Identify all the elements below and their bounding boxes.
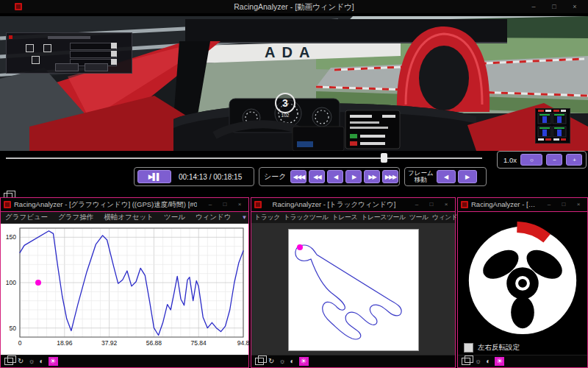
- seek-slider-track[interactable]: [6, 158, 482, 159]
- steering-window: RacingAnalyzer - [ステ... – □ × 左右反転設定: [457, 197, 588, 368]
- track-menu-item-4[interactable]: ツール: [409, 213, 429, 222]
- speed-increase-button[interactable]: +: [566, 154, 582, 166]
- seek-button-0[interactable]: ◀◀◀: [290, 170, 306, 183]
- app-icon: [461, 201, 468, 208]
- graph-menu-item-4[interactable]: ウィンドウ: [196, 213, 232, 222]
- brightness-mid-icon[interactable]: ◐: [40, 357, 44, 366]
- track-position-marker: [297, 244, 303, 250]
- video-overlay-dialog[interactable]: [6, 32, 132, 74]
- track-map-area[interactable]: [251, 224, 455, 358]
- steering-display: 左右反転設定: [458, 212, 587, 358]
- overlay-button-1[interactable]: [55, 63, 79, 71]
- play-pause-button[interactable]: ▶▌▌: [137, 170, 171, 183]
- graph-statusbar: ↻ ☼ ◐ ☀: [1, 355, 248, 367]
- track-statusbar: ↻ ☼ ◐ ☀: [251, 355, 455, 367]
- track-menu-item-2[interactable]: トレース: [332, 213, 358, 222]
- minimize-button[interactable]: –: [203, 198, 218, 211]
- overlay-field-1[interactable]: [70, 43, 117, 50]
- y-tick-label: 50: [1, 325, 16, 332]
- seek-button-5[interactable]: ▶▶▶: [382, 170, 398, 183]
- graph-menu-item-2[interactable]: 横軸オフセット: [104, 213, 154, 222]
- track-menu-item-0[interactable]: トラック: [254, 213, 280, 222]
- flip-checkbox[interactable]: [464, 343, 473, 353]
- seek-button-1[interactable]: ◀◀: [309, 170, 325, 183]
- x-tick-label: 18.96: [57, 339, 72, 347]
- overlay-toggle-3[interactable]: [32, 56, 40, 64]
- seek-button-4[interactable]: ▶▶: [364, 170, 380, 183]
- graph-menubar: グラフビューグラフ操作横軸オフセットツールウィンドウ▼: [1, 212, 248, 224]
- overlay-dialog-icon: [9, 35, 12, 39]
- overlay-toggle-1[interactable]: [26, 44, 34, 52]
- minimize-button[interactable]: –: [523, 0, 544, 13]
- overlay-dialog-title: [48, 36, 90, 39]
- maximize-button[interactable]: □: [544, 0, 564, 13]
- maximize-button[interactable]: □: [218, 198, 232, 211]
- steering-window-title: RacingAnalyzer - [ステ...: [471, 198, 536, 211]
- x-tick-label: 0: [18, 339, 22, 347]
- refresh-icon[interactable]: ↻: [268, 357, 274, 366]
- speed-decrease-button[interactable]: −: [546, 154, 562, 166]
- graph-menu-item-3[interactable]: ツール: [164, 213, 185, 222]
- dropdown-icon[interactable]: [111, 59, 117, 65]
- brightness-high-icon[interactable]: ☀: [49, 357, 58, 366]
- track-titlebar: RacingAnalyzer - [トラックウィンドウ] – □ ×: [251, 198, 455, 212]
- maximize-button[interactable]: □: [556, 198, 571, 211]
- banner-text: ADA: [265, 44, 316, 60]
- close-button[interactable]: ×: [564, 0, 585, 13]
- racing-analyzer-app: RacingAnalyzer - [動画ウィンドウ] – □ ×: [0, 0, 588, 368]
- dropdown-icon[interactable]: [111, 51, 117, 57]
- minimize-button[interactable]: –: [542, 198, 556, 211]
- track-menu-item-1[interactable]: トラックツール: [284, 213, 329, 222]
- brightness-low-icon[interactable]: ☼: [28, 357, 35, 366]
- close-button[interactable]: ×: [439, 198, 453, 211]
- brightness-mid-icon[interactable]: ◐: [290, 357, 295, 366]
- main-titlebar: RacingAnalyzer - [動画ウィンドウ] – □ ×: [0, 0, 588, 13]
- menu-overflow-icon[interactable]: ▼: [242, 214, 248, 221]
- frame-group: フレーム 移動 ◀▶: [404, 167, 487, 186]
- brightness-high-icon[interactable]: ☀: [495, 357, 504, 366]
- seek-button-3[interactable]: ▶: [345, 170, 362, 183]
- overlay-field-2[interactable]: [70, 51, 117, 58]
- track-window-title: RacingAnalyzer - [トラックウィンドウ]: [265, 198, 404, 211]
- speed-reset-button[interactable]: ○: [520, 154, 542, 166]
- minimize-button[interactable]: –: [409, 198, 424, 211]
- dropdown-icon[interactable]: [111, 43, 117, 49]
- close-button[interactable]: ×: [232, 198, 247, 211]
- brightness-high-icon[interactable]: ☀: [299, 357, 309, 366]
- speed-chart[interactable]: 50100150 018.9637.9256.8875.8494.8: [1, 224, 248, 358]
- y-tick-label: 100: [1, 279, 16, 286]
- window-restore-icon[interactable]: [255, 358, 264, 365]
- graph-menu-item-1[interactable]: グラフ操作: [58, 213, 93, 222]
- tire-bar: [557, 130, 562, 136]
- play-group: ▶▌▌ 00:14:13 / 00:18:15: [134, 167, 254, 186]
- track-canvas[interactable]: [288, 229, 419, 351]
- seek-button-2[interactable]: ◀: [327, 170, 343, 183]
- track-menu-item-3[interactable]: トレースツール: [361, 213, 406, 222]
- brightness-mid-icon[interactable]: ◐: [486, 357, 490, 366]
- window-restore-icon[interactable]: [462, 358, 470, 365]
- frame-button-0[interactable]: ◀: [437, 170, 456, 183]
- refresh-icon[interactable]: ↻: [18, 357, 24, 366]
- tire-bar: [542, 116, 547, 123]
- overlay-toggle-2[interactable]: [43, 44, 51, 52]
- maximize-button[interactable]: □: [424, 198, 439, 211]
- frame-button-1[interactable]: ▶: [458, 170, 477, 183]
- tire-bar: [557, 116, 562, 123]
- overlay-button-2[interactable]: [85, 63, 108, 71]
- video-viewport[interactable]: ADA: [0, 16, 588, 151]
- track-menubar: トラックトラックツールトレーストレースツールツールウィンドウ▼: [251, 212, 455, 224]
- graph-menu-item-0[interactable]: グラフビュー: [5, 213, 48, 222]
- app-icon: [254, 201, 262, 208]
- tire-bar: [542, 130, 547, 136]
- time-display: 00:14:13 / 00:18:15: [179, 173, 242, 181]
- flip-checkbox-label: 左右反転設定: [478, 343, 520, 353]
- window-restore-icon[interactable]: [4, 358, 13, 365]
- seek-slider-handle[interactable]: [381, 153, 387, 163]
- frame-move-label: フレーム 移動: [408, 170, 434, 183]
- steering-statusbar: ☼ ◐ ☀: [458, 355, 587, 367]
- close-button[interactable]: ×: [571, 198, 586, 211]
- brightness-low-icon[interactable]: ☼: [279, 357, 285, 366]
- graph-position-marker: [35, 280, 41, 286]
- graph-window-title: RacingAnalyzer - [グラフウィンドウ] ((GPS)速度/時間)…: [14, 198, 197, 211]
- brightness-low-icon[interactable]: ☼: [475, 357, 481, 366]
